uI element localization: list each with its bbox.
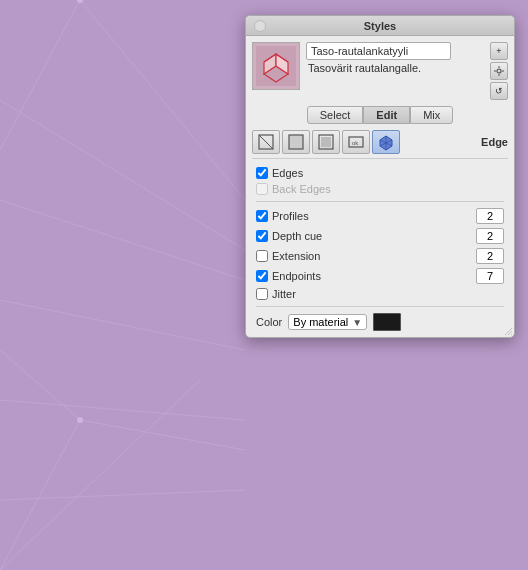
edges-checkbox[interactable] (256, 167, 268, 179)
styles-panel: Styles Taso-rautalankatyyli Tasoväri (245, 15, 515, 338)
extension-input[interactable]: 2 (476, 248, 504, 264)
close-button[interactable] (254, 20, 266, 32)
icon-toolbar: ok Edge (252, 130, 508, 159)
svg-point-11 (77, 417, 83, 423)
svg-point-19 (497, 69, 501, 73)
face-icon-btn[interactable] (282, 130, 310, 154)
svg-line-0 (0, 100, 245, 250)
svg-rect-28 (321, 137, 331, 147)
color-swatch[interactable] (373, 313, 401, 331)
extension-label: Extension (272, 250, 472, 262)
edges-row: Edges (256, 167, 504, 179)
svg-line-10 (0, 350, 80, 420)
back-edges-checkbox[interactable] (256, 183, 268, 195)
tabs-row: Select Edit Mix (252, 106, 508, 124)
svg-text:ok: ok (352, 140, 359, 146)
extension-row: Extension 2 (256, 248, 504, 264)
depth-cue-checkbox[interactable] (256, 230, 268, 242)
divider-1 (256, 201, 504, 202)
endpoints-row: Endpoints 7 (256, 268, 504, 284)
settings-button[interactable] (490, 62, 508, 80)
color-label: Color (256, 316, 282, 328)
depth-cue-input[interactable]: 2 (476, 228, 504, 244)
svg-line-4 (0, 490, 245, 500)
style-description: Tasovärit rautalangalle. (306, 62, 484, 74)
svg-point-12 (77, 0, 83, 3)
svg-rect-26 (289, 135, 303, 149)
svg-line-6 (0, 0, 80, 150)
section-label: Edge (481, 136, 508, 148)
back-edges-label: Back Edges (272, 183, 504, 195)
dropdown-arrow-icon: ▼ (352, 317, 362, 328)
edges-label: Edges (272, 167, 504, 179)
endpoints-checkbox[interactable] (256, 270, 268, 282)
endpoints-input[interactable]: 7 (476, 268, 504, 284)
color-select-dropdown[interactable]: By material ▼ (288, 314, 367, 330)
back-edges-row: Back Edges (256, 183, 504, 195)
svg-line-7 (0, 380, 200, 570)
modeling-icon-btn[interactable] (372, 130, 400, 154)
tab-select[interactable]: Select (307, 106, 364, 124)
resize-handle[interactable] (502, 325, 512, 335)
svg-line-9 (0, 420, 80, 570)
panel-titlebar: Styles (246, 16, 514, 36)
depth-cue-row: Depth cue 2 (256, 228, 504, 244)
panel-title: Styles (364, 20, 396, 32)
jitter-label: Jitter (272, 288, 504, 300)
style-info: Taso-rautalankatyyli Tasovärit rautalang… (306, 42, 484, 74)
jitter-row: Jitter (256, 288, 504, 300)
style-thumbnail[interactable] (252, 42, 300, 90)
background-icon-btn[interactable] (312, 130, 340, 154)
endpoints-label: Endpoints (272, 270, 472, 282)
profiles-row: Profiles 2 (256, 208, 504, 224)
svg-line-5 (80, 0, 245, 200)
svg-line-37 (511, 334, 512, 335)
style-preview-row: Taso-rautalankatyyli Tasovärit rautalang… (252, 42, 508, 100)
edges-section: Edges Back Edges Profiles 2 Depth cue 2 (252, 167, 508, 331)
refresh-button[interactable]: ↺ (490, 82, 508, 100)
profiles-input[interactable]: 2 (476, 208, 504, 224)
side-buttons: + ↺ (490, 42, 508, 100)
panel-body: Taso-rautalankatyyli Tasovärit rautalang… (246, 36, 514, 337)
jitter-checkbox[interactable] (256, 288, 268, 300)
svg-line-1 (0, 200, 245, 280)
extension-checkbox[interactable] (256, 250, 268, 262)
color-select-value: By material (293, 316, 348, 328)
svg-line-25 (259, 135, 273, 149)
style-name[interactable]: Taso-rautalankatyyli (306, 42, 451, 60)
svg-line-2 (0, 300, 245, 350)
edge-settings-icon-btn[interactable] (252, 130, 280, 154)
profiles-label: Profiles (272, 210, 472, 222)
color-row: Color By material ▼ (256, 313, 504, 331)
svg-line-8 (80, 420, 245, 450)
tab-edit[interactable]: Edit (363, 106, 410, 124)
svg-line-3 (0, 400, 245, 420)
depth-cue-label: Depth cue (272, 230, 472, 242)
tab-mix[interactable]: Mix (410, 106, 453, 124)
watermark-icon-btn[interactable]: ok (342, 130, 370, 154)
divider-2 (256, 306, 504, 307)
profiles-checkbox[interactable] (256, 210, 268, 222)
add-style-button[interactable]: + (490, 42, 508, 60)
